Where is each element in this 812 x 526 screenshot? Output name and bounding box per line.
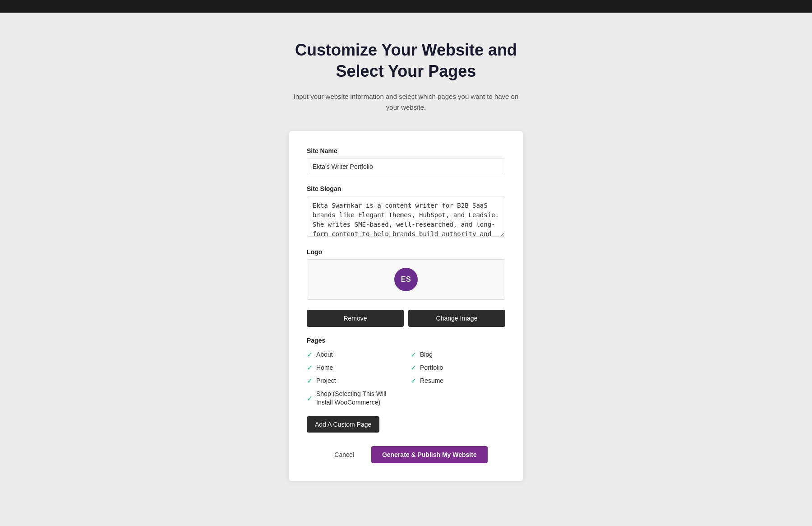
add-custom-page-button[interactable]: Add A Custom Page — [307, 416, 379, 433]
pages-grid: ✓ About ✓ Blog ✓ Home ✓ Portfolio ✓ Proj… — [307, 350, 505, 407]
pages-section-label: Pages — [307, 337, 505, 344]
check-icon-shop: ✓ — [307, 394, 313, 403]
page-title: Customize Your Website and Select Your P… — [271, 40, 541, 82]
remove-logo-button[interactable]: Remove — [307, 310, 404, 327]
main-content: Customize Your Website and Select Your P… — [0, 13, 812, 517]
page-label-about: About — [316, 351, 333, 358]
page-item-project: ✓ Project — [307, 377, 401, 385]
top-navigation-bar — [0, 0, 812, 13]
site-slogan-label: Site Slogan — [307, 185, 505, 192]
site-name-label: Site Name — [307, 147, 505, 154]
site-name-input[interactable] — [307, 158, 505, 175]
site-slogan-field-group: Site Slogan Ekta Swarnkar is a content w… — [307, 185, 505, 238]
page-item-resume: ✓ Resume — [411, 377, 505, 385]
page-item-portfolio: ✓ Portfolio — [411, 363, 505, 372]
generate-publish-button[interactable]: Generate & Publish My Website — [371, 446, 488, 463]
check-icon-blog: ✓ — [411, 350, 416, 359]
change-image-button[interactable]: Change Image — [408, 310, 505, 327]
page-label-blog: Blog — [420, 351, 433, 358]
logo-preview-area: ES — [307, 259, 505, 300]
page-label-resume: Resume — [420, 377, 443, 384]
check-icon-home: ✓ — [307, 363, 313, 372]
page-label-home: Home — [316, 364, 333, 371]
check-icon-portfolio: ✓ — [411, 363, 416, 372]
check-icon-about: ✓ — [307, 350, 313, 359]
page-label-shop: Shop (Selecting This Will Install WooCom… — [316, 390, 401, 407]
page-label-portfolio: Portfolio — [420, 364, 443, 371]
logo-label: Logo — [307, 248, 505, 256]
site-name-field-group: Site Name — [307, 147, 505, 175]
page-item-blog: ✓ Blog — [411, 350, 505, 359]
logo-buttons-group: Remove Change Image — [307, 310, 505, 327]
page-subtitle: Input your website information and selec… — [293, 91, 519, 113]
form-card: Site Name Site Slogan Ekta Swarnkar is a… — [289, 131, 523, 481]
site-slogan-textarea[interactable]: Ekta Swarnkar is a content writer for B2… — [307, 196, 505, 237]
page-label-project: Project — [316, 377, 336, 384]
logo-field-group: Logo ES — [307, 248, 505, 300]
cancel-button[interactable]: Cancel — [324, 446, 364, 463]
logo-initials: ES — [401, 275, 411, 284]
logo-avatar: ES — [394, 268, 418, 291]
page-item-home: ✓ Home — [307, 363, 401, 372]
check-icon-project: ✓ — [307, 377, 313, 385]
page-item-about: ✓ About — [307, 350, 401, 359]
check-icon-resume: ✓ — [411, 377, 416, 385]
page-item-shop: ✓ Shop (Selecting This Will Install WooC… — [307, 390, 401, 407]
form-actions: Cancel Generate & Publish My Website — [307, 446, 505, 463]
